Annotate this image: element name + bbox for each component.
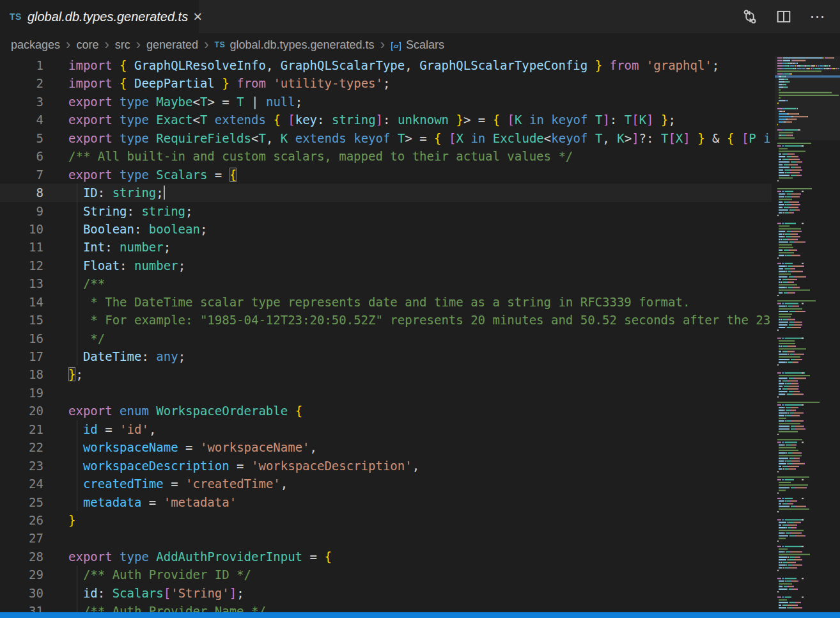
indent-guide xyxy=(77,311,77,329)
code-line[interactable]: 29 /** Auth Provider ID */ xyxy=(0,566,772,583)
code-line-text: import { DeepPartial } from 'utility-typ… xyxy=(68,74,772,92)
split-editor-icon[interactable] xyxy=(775,8,792,25)
code-line-text: */ xyxy=(68,329,772,347)
line-number[interactable]: 28 xyxy=(0,548,43,566)
code-line[interactable]: 18}; xyxy=(0,365,772,383)
code-line[interactable]: 20export enum WorkspaceOrderable { xyxy=(0,402,772,420)
code-line[interactable]: 30 id: Scalars['String']; xyxy=(0,584,772,602)
code-line[interactable]: 7export type Scalars = { xyxy=(0,166,772,184)
indent-guide xyxy=(77,475,77,493)
line-number[interactable]: 19 xyxy=(0,384,43,402)
breadcrumb-item[interactable]: generated xyxy=(146,38,198,52)
code-line[interactable]: 25 metadata = 'metadata' xyxy=(0,493,772,511)
code-line[interactable]: 19 xyxy=(0,384,772,402)
code-line[interactable]: 28export type AddAuthProviderInput = { xyxy=(0,548,772,566)
line-number[interactable]: 29 xyxy=(0,566,43,583)
status-bar xyxy=(0,612,840,618)
code-line[interactable]: 31 /** Auth Provider Name */ xyxy=(0,602,772,612)
code-line[interactable]: 24 createdTime = 'createdTime', xyxy=(0,475,772,493)
line-number[interactable]: 30 xyxy=(0,584,43,602)
more-actions-icon[interactable]: ⋯ xyxy=(809,8,826,25)
line-number[interactable]: 8 xyxy=(0,184,43,202)
indent-guide xyxy=(77,438,77,456)
code-line-text: * The DateTime scalar type represents da… xyxy=(68,293,772,311)
code-line[interactable]: 6/** All built-in and custom scalars, ma… xyxy=(0,147,772,165)
indent-guide xyxy=(77,257,77,274)
line-number[interactable]: 5 xyxy=(0,129,43,147)
code-line[interactable]: 14 * The DateTime scalar type represents… xyxy=(0,293,772,311)
line-number[interactable]: 27 xyxy=(0,529,43,547)
code-line-text: * For example: "1985-04-12T23:20:50.52Z"… xyxy=(68,311,772,329)
breadcrumb-item[interactable]: Scalars xyxy=(406,38,444,52)
line-number[interactable]: 6 xyxy=(0,147,43,165)
line-number[interactable]: 4 xyxy=(0,111,43,129)
code-line-text xyxy=(68,529,772,547)
breadcrumb-item[interactable]: packages xyxy=(11,38,60,52)
line-number[interactable]: 26 xyxy=(0,511,43,529)
chevron-right-icon: › xyxy=(66,39,70,51)
code-line[interactable]: 15 * For example: "1985-04-12T23:20:50.5… xyxy=(0,311,772,329)
code-line[interactable]: 10 Boolean: boolean; xyxy=(0,220,772,238)
code-editor: 1import { GraphQLResolveInfo, GraphQLSca… xyxy=(0,56,840,612)
code-line[interactable]: 11 Int: number; xyxy=(0,238,772,256)
breadcrumb-item[interactable]: src xyxy=(115,38,130,52)
close-tab-icon[interactable]: × xyxy=(193,9,202,24)
compare-changes-icon[interactable] xyxy=(742,8,758,25)
line-number[interactable]: 9 xyxy=(0,202,43,220)
line-number[interactable]: 14 xyxy=(0,293,43,311)
line-number[interactable]: 7 xyxy=(0,166,43,184)
code-line[interactable]: 4export type Exact<T extends { [key: str… xyxy=(0,111,772,129)
line-number[interactable]: 12 xyxy=(0,257,43,274)
code-line[interactable]: 8 ID: string; xyxy=(0,184,772,202)
code-line[interactable]: 2import { DeepPartial } from 'utility-ty… xyxy=(0,74,772,92)
code-line[interactable]: 13 /** xyxy=(0,274,772,292)
tab-label: global.db.types.generated.ts xyxy=(27,10,188,24)
line-number[interactable]: 22 xyxy=(0,438,43,456)
line-number[interactable]: 18 xyxy=(0,365,43,383)
line-number[interactable]: 21 xyxy=(0,420,43,438)
line-number[interactable]: 10 xyxy=(0,220,43,238)
minimap[interactable] xyxy=(775,56,840,612)
code-line[interactable]: 1import { GraphQLResolveInfo, GraphQLSca… xyxy=(0,56,772,74)
symbol-type-icon xyxy=(391,41,401,52)
code-line-text: id = 'id', xyxy=(68,420,772,438)
code-line[interactable]: 21 id = 'id', xyxy=(0,420,772,438)
code-line[interactable]: 27 xyxy=(0,529,772,547)
line-number[interactable]: 16 xyxy=(0,329,43,347)
code-line[interactable]: 16 */ xyxy=(0,329,772,347)
indent-guide xyxy=(77,238,77,256)
line-number[interactable]: 2 xyxy=(0,74,43,92)
line-number[interactable]: 15 xyxy=(0,311,43,329)
tab-global-db-types-generated[interactable]: TS global.db.types.generated.ts × xyxy=(0,0,199,33)
code-line[interactable]: 22 workspaceName = 'workspaceName', xyxy=(0,438,772,456)
line-number[interactable]: 31 xyxy=(0,602,43,612)
code-line-text: String: string; xyxy=(68,202,772,220)
indent-guide xyxy=(77,493,77,511)
line-number[interactable]: 13 xyxy=(0,274,43,292)
line-number[interactable]: 17 xyxy=(0,347,43,365)
code-line[interactable]: 9 String: string; xyxy=(0,202,772,220)
line-number[interactable]: 23 xyxy=(0,457,43,475)
line-number[interactable]: 1 xyxy=(0,56,43,74)
code-line[interactable]: 5export type RequireFields<T, K extends … xyxy=(0,129,772,147)
code-area: 1import { GraphQLResolveInfo, GraphQLSca… xyxy=(0,56,772,612)
code-line[interactable]: 26} xyxy=(0,511,772,529)
code-line[interactable]: 17 DateTime: any; xyxy=(0,347,772,365)
indent-guide xyxy=(77,202,77,220)
line-number[interactable]: 25 xyxy=(0,493,43,511)
line-number[interactable]: 24 xyxy=(0,475,43,493)
code-line-text: import { GraphQLResolveInfo, GraphQLScal… xyxy=(68,56,772,74)
line-number[interactable]: 11 xyxy=(0,238,43,256)
code-line-text: } xyxy=(68,511,772,529)
code-line-text: /** Auth Provider Name */ xyxy=(68,602,772,612)
code-line-text: id: Scalars['String']; xyxy=(68,584,772,602)
code-line[interactable]: 23 workspaceDescription = 'workspaceDesc… xyxy=(0,457,772,475)
indent-guide xyxy=(77,274,77,292)
breadcrumb-item[interactable]: global.db.types.generated.ts xyxy=(229,38,374,52)
line-number[interactable]: 20 xyxy=(0,402,43,420)
breadcrumb-item[interactable]: core xyxy=(76,38,98,52)
code-line-text: export enum WorkspaceOrderable { xyxy=(68,402,772,420)
line-number[interactable]: 3 xyxy=(0,93,43,111)
code-line[interactable]: 3export type Maybe<T> = T | null; xyxy=(0,93,772,111)
code-line[interactable]: 12 Float: number; xyxy=(0,257,772,274)
